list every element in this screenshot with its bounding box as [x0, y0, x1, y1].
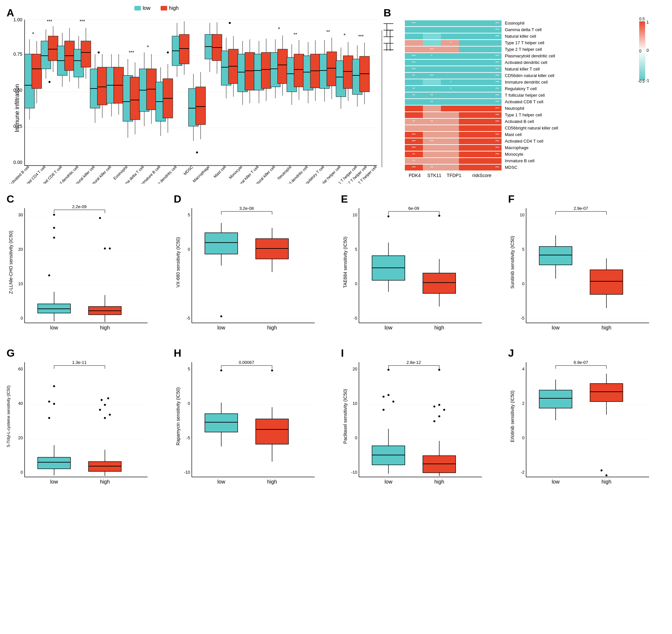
svg-rect-299: [441, 66, 459, 72]
svg-point-614: [438, 415, 440, 417]
svg-text:-5: -5: [521, 316, 525, 321]
svg-rect-378: [441, 151, 459, 157]
svg-point-543: [48, 400, 50, 403]
svg-text:***: ***: [412, 54, 416, 58]
svg-rect-325: [441, 93, 459, 98]
svg-text:***: ***: [47, 19, 52, 24]
svg-text:6e-09: 6e-09: [408, 206, 419, 211]
svg-point-488: [438, 215, 440, 217]
svg-text:-10: -10: [351, 470, 357, 475]
panel-c: C Z-LLNle-CHO sensitivity (IC50) 0 10 20…: [3, 190, 167, 338]
panel-d: D VX-680 sensitivity (IC50) 5 0 -5 3.2e-…: [170, 190, 334, 338]
svg-rect-636: [539, 390, 572, 408]
svg-rect-32: [48, 36, 58, 60]
svg-text:E: E: [341, 193, 348, 205]
svg-text:J: J: [508, 347, 514, 359]
svg-rect-371: [423, 145, 441, 151]
svg-text:0.00: 0.00: [14, 160, 22, 165]
svg-text:Monocyte: Monocyte: [228, 165, 243, 180]
svg-point-642: [605, 474, 607, 476]
svg-point-615: [433, 420, 435, 422]
svg-rect-271: [441, 33, 459, 39]
svg-point-610: [438, 369, 440, 371]
svg-text:-5: -5: [186, 316, 190, 321]
svg-text:low: low: [552, 479, 559, 485]
svg-text:Mast cell: Mast cell: [505, 132, 522, 137]
svg-text:5: 5: [188, 366, 190, 371]
svg-rect-389: [441, 165, 459, 170]
svg-rect-348: [441, 119, 459, 125]
svg-text:-1: -1: [645, 78, 649, 83]
svg-point-607: [387, 394, 389, 396]
svg-text:VX-680 sensitivity (IC50): VX-680 sensitivity (IC50): [175, 237, 181, 288]
panel-g: G S-Trityl-L-cysteine sensitivity (IC50)…: [3, 344, 167, 492]
svg-text:TFDP1: TFDP1: [447, 173, 461, 178]
panel-a: A low high Immune infiltration 0.00 0.25…: [3, 3, 380, 184]
svg-text:Type 17 T helper cell: Type 17 T helper cell: [505, 40, 544, 45]
svg-text:***: ***: [129, 50, 135, 55]
svg-rect-282: [459, 47, 502, 52]
svg-text:C: C: [6, 193, 14, 205]
svg-rect-317: [423, 86, 441, 92]
svg-text:3.2e-08: 3.2e-08: [239, 206, 254, 211]
svg-text:***: ***: [495, 140, 499, 143]
svg-text:**: **: [430, 166, 433, 169]
svg-text:F: F: [508, 193, 515, 205]
svg-point-549: [101, 399, 103, 401]
svg-text:2.2e-09: 2.2e-09: [72, 204, 87, 209]
svg-point-113: [196, 151, 198, 153]
svg-text:riskScore: riskScore: [472, 173, 492, 178]
svg-point-460: [220, 315, 222, 317]
svg-point-435: [109, 247, 111, 249]
svg-text:1: 1: [646, 20, 649, 25]
svg-text:low: low: [50, 479, 58, 485]
svg-point-613: [443, 409, 445, 411]
svg-rect-384: [441, 158, 459, 164]
svg-text:40: 40: [18, 401, 23, 406]
svg-text:***: ***: [430, 48, 434, 51]
svg-text:Immature  B cell: Immature B cell: [505, 158, 534, 163]
svg-rect-535: [38, 457, 70, 469]
svg-rect-292: [423, 60, 441, 66]
panel-b: B 1 0 -1 0.5 0 -0.5 Eosinophil: [380, 3, 669, 184]
svg-text:-5: -5: [186, 435, 190, 440]
svg-text:Rapamycin sensitivity (IC50): Rapamycin sensitivity (IC50): [175, 387, 181, 445]
svg-text:Paclitaxel sensitivity (IC50): Paclitaxel sensitivity (IC50): [342, 389, 348, 443]
svg-text:CD56bright natural killer cell: CD56bright natural killer cell: [505, 126, 558, 130]
svg-text:0: 0: [21, 316, 23, 321]
svg-text:***: ***: [495, 120, 499, 124]
svg-text:60: 60: [18, 366, 23, 371]
svg-text:***: ***: [495, 28, 499, 32]
svg-rect-145: [261, 52, 271, 89]
panel-row2: C Z-LLNle-CHO sensitivity (IC50) 0 10 20…: [3, 190, 669, 338]
svg-text:high: high: [267, 479, 277, 485]
svg-rect-305: [441, 73, 459, 79]
svg-rect-332: [441, 99, 459, 105]
svg-rect-50: [81, 41, 91, 67]
svg-text:***: ***: [412, 22, 416, 25]
svg-text:Neutrophil: Neutrophil: [277, 165, 293, 180]
svg-text:***: ***: [495, 35, 499, 38]
svg-rect-355: [441, 125, 459, 131]
panel-i: I Paclitaxel sensitivity (IC50) 20 10 0 …: [338, 344, 502, 492]
svg-text:***: ***: [358, 34, 364, 39]
svg-text:Natural killer cell: Natural killer cell: [505, 34, 536, 39]
svg-text:***: ***: [430, 140, 434, 143]
svg-rect-103: [179, 34, 189, 64]
svg-rect-330: [405, 99, 423, 105]
svg-rect-356: [459, 125, 502, 131]
svg-text:0: 0: [188, 247, 190, 252]
svg-text:10: 10: [18, 281, 23, 286]
svg-text:-5: -5: [353, 316, 357, 321]
svg-point-643: [601, 469, 602, 471]
svg-point-431: [53, 237, 55, 239]
svg-text:Eosinophil: Eosinophil: [505, 21, 525, 26]
svg-text:0: 0: [646, 48, 649, 53]
svg-text:low: low: [217, 325, 225, 331]
svg-text:low: low: [552, 325, 559, 331]
svg-text:Activated CD8 T cell: Activated CD8 T cell: [505, 99, 543, 104]
svg-text:Natural killer T cell: Natural killer T cell: [505, 67, 540, 71]
svg-point-577: [220, 369, 222, 371]
svg-text:***: ***: [412, 146, 416, 150]
panel-f: F Sunitinib sensitivity (IC50) 10 5 0 -5: [505, 190, 669, 338]
